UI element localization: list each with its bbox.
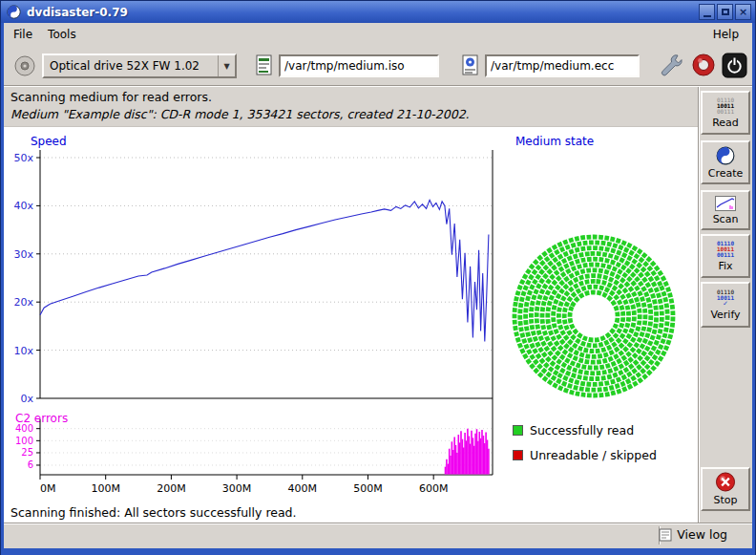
app-window: dvdisaster-0.79 × File Tools Help Optica…: [0, 0, 756, 555]
fix-label: Fix: [718, 260, 732, 272]
minimize-icon: [704, 15, 711, 17]
chevron-down-icon[interactable]: ▼: [218, 55, 235, 76]
action-sidebar: 01110 10011 00111 Read Create: [698, 87, 752, 523]
svg-text:400M: 400M: [288, 482, 318, 495]
menu-file[interactable]: File: [6, 25, 40, 44]
view-log-label: View log: [677, 527, 727, 542]
medium-state-disc: [510, 232, 678, 400]
svg-text:100: 100: [15, 436, 33, 446]
unreadable-swatch-icon: [513, 450, 523, 460]
svg-text:100M: 100M: [91, 482, 120, 495]
iso-path-input[interactable]: [279, 54, 439, 77]
svg-text:10x: 10x: [13, 345, 33, 357]
stop-label: Stop: [713, 494, 737, 506]
check-icon: ✓: [717, 301, 734, 307]
medium-state-title: Medium state: [515, 135, 594, 148]
svg-text:0x: 0x: [20, 393, 33, 405]
binary-verify-icon: 01110 10011 ✓: [717, 289, 734, 307]
verify-label: Verify: [710, 309, 740, 321]
toolbar: Optical drive 52X FW 1.02 ▼: [4, 46, 752, 86]
drive-select[interactable]: Optical drive 52X FW 1.02 ▼: [42, 53, 237, 78]
main-area: Scanning medium for read errors. Medium …: [4, 86, 752, 523]
status-strip: Scanning medium for read errors. Medium …: [4, 87, 752, 127]
fix-button[interactable]: 01110 10011 00111 Fix: [701, 234, 750, 278]
svg-text:40x: 40x: [13, 200, 33, 212]
read-button[interactable]: 01110 10011 00111 Read: [701, 91, 750, 135]
preferences-wrench-icon[interactable]: [659, 53, 683, 77]
ecc-path-input[interactable]: [485, 54, 640, 77]
svg-text:20x: 20x: [13, 296, 33, 309]
svg-text:50x: 50x: [13, 152, 33, 164]
create-label: Create: [708, 167, 744, 180]
minimize-button[interactable]: [699, 4, 715, 20]
medium-info: Medium "Example disc": CD-R mode 1, 3534…: [10, 107, 470, 121]
statusbar: View log: [4, 523, 752, 547]
svg-text:0M: 0M: [40, 482, 56, 495]
maximize-button[interactable]: [717, 4, 733, 20]
svg-text:600M: 600M: [419, 482, 449, 495]
close-button[interactable]: ×: [735, 4, 751, 20]
svg-text:200M: 200M: [157, 482, 186, 495]
drive-select-value: Optical drive 52X FW 1.02: [44, 59, 218, 73]
yinyang-icon: [716, 146, 735, 165]
success-swatch-icon: [513, 425, 523, 436]
svg-text:400: 400: [15, 423, 33, 434]
window-title: dvdisaster-0.79: [27, 6, 128, 19]
close-icon: ×: [739, 7, 747, 17]
status-message: Scanning medium for read errors.: [10, 90, 212, 104]
create-button[interactable]: Create: [701, 140, 750, 184]
maximize-icon: [722, 9, 729, 15]
log-icon: [659, 528, 672, 542]
iso-file-icon: [256, 54, 272, 75]
chart-icon: [715, 196, 736, 211]
quit-power-icon[interactable]: [722, 53, 747, 78]
speed-and-c2-chart: 0x10x20x30x40x50x4001002560M100M200M300M…: [6, 146, 512, 509]
menu-tools[interactable]: Tools: [40, 25, 84, 44]
legend-unreadable: Unreadable / skipped: [513, 448, 657, 462]
binary-fix-icon: 01110 10011 00111: [717, 241, 734, 258]
legend-unreadable-label: Unreadable / skipped: [530, 448, 657, 462]
read-label: Read: [712, 117, 739, 129]
scan-button[interactable]: Scan: [701, 190, 750, 230]
svg-text:500M: 500M: [353, 482, 383, 495]
ecc-file-icon: [462, 54, 478, 75]
svg-text:300M: 300M: [222, 482, 252, 495]
drive-icon[interactable]: [13, 54, 36, 77]
svg-text:25: 25: [21, 447, 33, 458]
verify-button[interactable]: 01110 10011 ✓ Verify: [701, 282, 750, 328]
view-log-button[interactable]: View log: [659, 527, 727, 542]
binary-icon: 01110 10011 00111: [717, 97, 734, 115]
window-frame: File Tools Help Optical drive 52X FW 1.0…: [1, 23, 755, 555]
titlebar[interactable]: dvdisaster-0.79 ×: [1, 1, 755, 23]
legend-success-label: Successfully read: [530, 423, 634, 438]
finished-message: Scanning finished: All sectors successfu…: [10, 505, 297, 520]
legend-success: Successfully read: [513, 423, 634, 438]
menu-help[interactable]: Help: [705, 25, 746, 44]
stop-icon: [715, 472, 736, 492]
stop-button[interactable]: Stop: [701, 467, 750, 511]
help-disc-icon[interactable]: [691, 53, 716, 77]
svg-text:30x: 30x: [13, 248, 33, 261]
svg-text:6: 6: [28, 459, 33, 470]
menubar: File Tools Help: [4, 23, 752, 46]
app-yinyang-icon: [7, 5, 21, 19]
scan-label: Scan: [713, 213, 739, 225]
